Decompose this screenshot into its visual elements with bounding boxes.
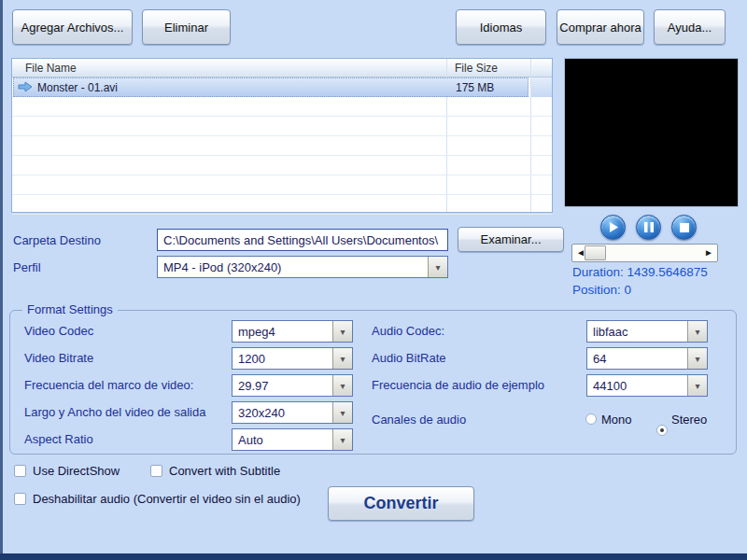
video-bitrate-label: Video Bitrate (24, 351, 93, 365)
video-bitrate-value: 1200 (233, 348, 332, 369)
video-codec-select[interactable]: mpeg4▾ (232, 320, 353, 343)
scroll-right-icon[interactable]: ► (704, 245, 713, 261)
add-files-label: Agregar Archivos... (21, 21, 124, 35)
add-files-button[interactable]: Agregar Archivos... (12, 9, 133, 45)
chevron-down-icon[interactable]: ▾ (687, 348, 707, 369)
use-directshow-label[interactable]: Use DirectShow (33, 464, 120, 478)
buy-now-button[interactable]: Comprar ahora (557, 9, 644, 45)
convert-button[interactable]: Convertir (328, 486, 474, 521)
aspect-ratio-select[interactable]: Auto▾ (232, 428, 353, 451)
chevron-down-icon[interactable]: ▾ (332, 429, 352, 450)
chevron-down-icon[interactable]: ▾ (332, 321, 352, 342)
empty-row[interactable] (12, 195, 552, 215)
profile-label: Perfil (13, 260, 41, 274)
use-directshow-checkbox[interactable] (14, 465, 26, 477)
play-button[interactable] (600, 215, 626, 240)
seek-thumb[interactable] (585, 245, 606, 260)
aspect-ratio-label: Aspect Ratio (24, 432, 93, 446)
remove-button[interactable]: Eliminar (142, 9, 231, 45)
convert-with-subtitle-checkbox[interactable] (150, 465, 162, 477)
file-size-cell: 175 MB (456, 81, 494, 94)
empty-row[interactable] (12, 175, 552, 195)
empty-row[interactable] (12, 117, 552, 136)
audio-codec-value: libfaac (587, 321, 687, 342)
column-file-name[interactable]: File Name (25, 62, 77, 75)
languages-button[interactable]: Idiomas (456, 9, 546, 45)
chevron-down-icon[interactable]: ▾ (687, 321, 707, 342)
remove-label: Eliminar (164, 21, 208, 35)
profile-value: MP4 - iPod (320x240) (158, 257, 428, 277)
empty-row[interactable] (12, 136, 552, 156)
video-codec-label: Video Codec (24, 324, 93, 338)
browse-label: Examinar... (480, 232, 541, 246)
chevron-down-icon[interactable]: ▾ (428, 257, 447, 277)
chevron-down-icon[interactable]: ▾ (687, 375, 707, 396)
buy-now-label: Comprar ahora (559, 21, 641, 35)
video-size-value: 320x240 (233, 402, 332, 423)
profile-select[interactable]: MP4 - iPod (320x240) ▾ (157, 256, 448, 278)
file-list-header[interactable]: File Name File Size (12, 59, 552, 77)
destination-folder-value: C:\Documents and Settings\All Users\Docu… (163, 233, 438, 247)
pause-icon (644, 222, 654, 232)
convert-label: Convertir (363, 494, 438, 513)
stereo-label[interactable]: Stereo (671, 413, 707, 427)
file-arrow-icon (18, 81, 33, 92)
mono-label[interactable]: Mono (601, 413, 632, 427)
video-framerate-label: Frecuencia del marco de video: (24, 378, 193, 392)
duration-text: Duration: 1439.5646875 (572, 265, 708, 279)
destination-folder-label: Carpeta Destino (13, 233, 101, 247)
disable-audio-checkbox[interactable] (14, 493, 26, 505)
column-file-size[interactable]: File Size (455, 62, 498, 75)
file-row-selected[interactable]: Monster - 01.avi 175 MB (13, 77, 529, 97)
file-name-cell: Monster - 01.avi (37, 81, 118, 94)
chevron-down-icon[interactable]: ▾ (332, 348, 352, 369)
help-label: Ayuda... (668, 21, 712, 35)
audio-samplerate-value: 44100 (587, 375, 687, 396)
audio-bitrate-label: Audio BitRate (372, 351, 446, 365)
file-row-selected-tail (531, 77, 552, 97)
video-framerate-select[interactable]: 29.97▾ (232, 374, 353, 397)
browse-button[interactable]: Examinar... (458, 227, 564, 252)
chevron-down-icon[interactable]: ▾ (332, 402, 352, 423)
video-size-select[interactable]: 320x240▾ (232, 401, 353, 424)
audio-channels-label: Canales de audio (372, 413, 466, 427)
play-icon (608, 222, 618, 232)
audio-samplerate-select[interactable]: 44100▾ (586, 374, 708, 397)
chevron-down-icon[interactable]: ▾ (332, 375, 352, 396)
pause-button[interactable] (636, 215, 661, 240)
audio-bitrate-select[interactable]: 64▾ (586, 347, 708, 370)
window-bottom-bar (0, 553, 747, 560)
audio-samplerate-label: Frecuencia de audio de ejemplo (372, 378, 544, 392)
mono-radio[interactable] (585, 413, 597, 425)
aspect-ratio-value: Auto (233, 429, 332, 450)
languages-label: Idiomas (480, 21, 523, 35)
video-framerate-value: 29.97 (233, 375, 332, 396)
destination-folder-field[interactable]: C:\Documents and Settings\All Users\Docu… (157, 229, 448, 251)
stereo-radio[interactable] (656, 425, 668, 436)
position-text: Position: 0 (572, 283, 631, 297)
window-left-edge (0, 0, 3, 560)
audio-bitrate-value: 64 (587, 348, 687, 369)
help-button[interactable]: Ayuda... (654, 9, 726, 45)
stop-button[interactable] (671, 215, 697, 240)
file-list[interactable]: File Name File Size Monster - 01.avi 175… (11, 58, 553, 213)
empty-row[interactable] (12, 97, 552, 117)
audio-codec-label: Audio Codec: (372, 324, 444, 338)
video-preview (564, 58, 739, 207)
format-settings-title: Format Settings (22, 302, 118, 316)
disable-audio-label[interactable]: Deshabilitar audio (Convertir el video s… (33, 492, 301, 506)
audio-codec-select[interactable]: libfaac▾ (586, 320, 708, 343)
seek-scrollbar[interactable]: ◄ ► (571, 244, 718, 262)
video-bitrate-select[interactable]: 1200▾ (232, 347, 353, 370)
video-codec-value: mpeg4 (233, 321, 332, 342)
convert-with-subtitle-label[interactable]: Convert with Subtitle (169, 464, 280, 478)
stop-icon (680, 223, 689, 232)
video-size-label: Largo y Ancho del video de salida (24, 405, 205, 419)
empty-row[interactable] (12, 156, 552, 175)
